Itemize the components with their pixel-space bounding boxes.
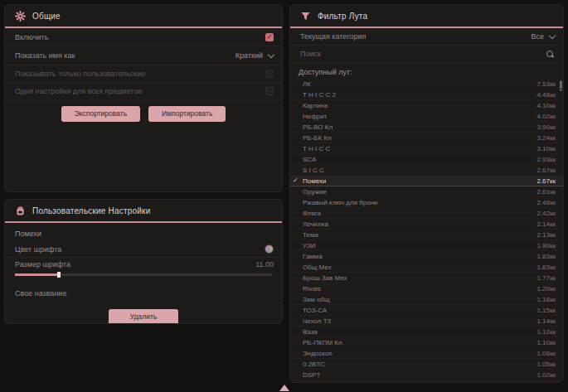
same-settings-label: Одни настройки для всех предметов	[15, 87, 142, 95]
general-panel: Общие Включить Показать имя как Краткий …	[4, 4, 283, 192]
loot-item-price: 3.10кк	[536, 145, 556, 152]
loot-item-price: 2.48кк	[536, 199, 556, 206]
check-icon: ✓	[293, 177, 299, 184]
loot-item-price: 4.48кк	[536, 91, 556, 99]
loot-item-row[interactable]: ✓ 0.2BTC 1.05кк	[290, 359, 563, 370]
loot-item-name: Общ Мех	[303, 264, 332, 271]
enable-checkbox[interactable]	[265, 33, 274, 41]
loot-item-row[interactable]: ✓ Т Н I С С 2 4.48кк	[290, 90, 563, 100]
loot-item-price: 3.90кк	[536, 123, 556, 131]
loot-item-price: 1.90кк	[536, 242, 556, 249]
loot-item-row[interactable]: ✓ УЗИ 1.90кк	[290, 240, 563, 251]
export-button[interactable]: Экспортировать	[61, 106, 140, 122]
import-button[interactable]: Импортировать	[148, 106, 226, 122]
loot-item-price: 1.10кк	[536, 339, 556, 346]
loot-item-row[interactable]: ✓ Т Н I С С 3.10кк	[290, 143, 563, 154]
loot-item-name: Нефрит	[303, 113, 327, 120]
only-custom-checkbox[interactable]	[265, 70, 274, 78]
loot-item-row[interactable]: ✓ РБ-ВО Кл 3.90кк	[290, 122, 563, 133]
chevron-down-icon	[549, 31, 556, 38]
loot-item-name: Лечилка	[303, 220, 328, 228]
funnel-icon	[300, 11, 311, 22]
loot-item-price: 2.14кк	[536, 220, 556, 228]
loot-item-row[interactable]: ✓ ТОЗ-СА 1.15кк	[290, 305, 563, 316]
slider-handle[interactable]	[57, 272, 61, 278]
custom-name-row: Свое название	[5, 283, 282, 303]
collapse-arrow-icon[interactable]	[279, 385, 289, 391]
loot-item-name: ЛК	[303, 80, 311, 88]
category-row: Текущая категория Все	[290, 28, 563, 46]
loot-item-name: DSPT	[303, 371, 320, 379]
loot-item-price: 7.53кк	[536, 80, 556, 88]
loot-item-row[interactable]: ✓ Тема 2.13кк	[290, 230, 563, 240]
same-settings-row: Одни настройки для всех предметов	[5, 83, 282, 100]
color-picker-icon[interactable]	[265, 244, 274, 254]
loot-item-name: Эндоскоп	[303, 350, 333, 357]
show-name-row: Показать имя как Краткий	[5, 46, 282, 65]
loot-item-row[interactable]: ✓ Фляга 2.42кк	[290, 208, 563, 219]
loot-item-row[interactable]: ✓ Брош Зав Мех 1.77кк	[290, 273, 563, 283]
search-row[interactable]: Поиск	[290, 46, 563, 63]
loot-item-row[interactable]: ✓ Помехи 2.67кк	[290, 176, 563, 186]
loot-item-price: 4.10кк	[536, 102, 556, 109]
custom-settings-title: Пользовательские Настройки	[32, 206, 150, 215]
font-size-label: Размер шрифта	[15, 260, 70, 269]
loot-item-row[interactable]: ✓ DSPT 1.02кк	[290, 370, 563, 380]
loot-item-name: ТОЗ-СА	[303, 307, 327, 314]
loot-item-name: Картина	[303, 102, 328, 109]
search-input[interactable]: Поиск	[300, 50, 321, 58]
loot-filter-panel: Фильтр Лута Текущая категория Все Поиск …	[289, 4, 564, 383]
loot-item-row[interactable]: ✓ ЛК 7.53кк	[290, 79, 563, 90]
custom-name-input[interactable]: Свое название	[15, 289, 66, 298]
custom-settings-panel: Пользовательские Настройки Помехи Цвет ш…	[4, 199, 283, 324]
loot-item-row[interactable]: ✓ Ваза 1.12кк	[290, 327, 563, 337]
loot-item-price: 2.93кк	[536, 156, 556, 163]
delete-button[interactable]: Удалить	[109, 309, 178, 324]
loot-item-row[interactable]: ✓ Ржавый ключ для брони 2.48кк	[290, 197, 563, 208]
loot-item-row[interactable]: ✓ Эндоскоп 1.08кк	[290, 348, 563, 359]
loot-item-price: 1.08кк	[536, 350, 556, 357]
loot-item-row[interactable]: ✓ Чехол ТЗ 1.14кк	[290, 316, 563, 327]
loot-item-name: Оружие	[303, 188, 327, 196]
general-panel-header: Общие	[5, 5, 282, 28]
font-color-label: Цвет шрифта	[15, 245, 61, 254]
mod-settings-page: Общие Включить Показать имя как Краткий …	[0, 0, 568, 392]
loot-item-price: 1.83кк	[536, 253, 556, 260]
font-size-slider[interactable]	[15, 273, 272, 276]
category-value: Все	[531, 32, 544, 41]
loot-item-price: 1.77кк	[536, 274, 556, 282]
loot-item-price: 1.83кк	[536, 264, 556, 271]
font-size-row: Размер шрифта 11.00	[5, 258, 282, 271]
loot-item-row[interactable]: ✓ РБ-БК Кл 3.24кк	[290, 133, 563, 143]
loot-item-price: 1.15кк	[536, 307, 556, 314]
show-name-value: Краткий	[235, 51, 263, 60]
loot-item-row[interactable]: ✓ РБ-ПКПМ Кл 1.10кк	[290, 337, 563, 348]
loot-item-row[interactable]: ✓ Лечилка 2.14кк	[290, 219, 563, 230]
loot-item-row[interactable]: ✓ Rivals 1.20кк	[290, 283, 563, 294]
loot-item-name: РБ-БК Кл	[303, 134, 332, 142]
loot-item-price: 2.61кк	[536, 188, 556, 196]
show-name-dropdown[interactable]: Краткий	[235, 51, 274, 60]
category-dropdown[interactable]: Все	[531, 32, 555, 41]
gear-icon	[15, 11, 26, 22]
loot-item-name: УЗИ	[303, 242, 316, 249]
loot-item-price: 1.18кк	[536, 296, 556, 303]
loot-filter-title: Фильтр Лута	[318, 12, 367, 21]
selected-item-name: Помехи	[5, 223, 282, 241]
same-settings-checkbox[interactable]	[265, 87, 274, 95]
right-column: Фильтр Лута Текущая категория Все Поиск …	[289, 4, 564, 388]
loot-item-row[interactable]: ✓ SCA 2.93кк	[290, 154, 563, 165]
delete-row: Удалить	[5, 303, 282, 324]
loot-item-row[interactable]: ✓ S I С С 2.67кк	[290, 165, 563, 176]
search-icon[interactable]	[546, 50, 555, 59]
loot-item-row[interactable]: ✓ Оружие 2.61кк	[290, 186, 563, 197]
loot-item-row[interactable]: ✓ Зам общ 1.18кк	[290, 294, 563, 305]
loot-item-name: Брош Зав Мех	[303, 274, 347, 282]
loot-item-row[interactable]: ✓ Нефрит 4.02кк	[290, 111, 563, 122]
loot-item-name: SCA	[303, 156, 316, 163]
loot-item-row[interactable]: ✓ Общ Мех 1.83кк	[290, 262, 563, 273]
loot-item-row[interactable]: ✓ Картина 4.10кк	[290, 100, 563, 111]
loot-item-row[interactable]: ✓ Гамма 1.83кк	[290, 251, 563, 262]
loot-item-price: 1.12кк	[536, 328, 556, 336]
loot-item-price: 4.02кк	[536, 113, 556, 120]
